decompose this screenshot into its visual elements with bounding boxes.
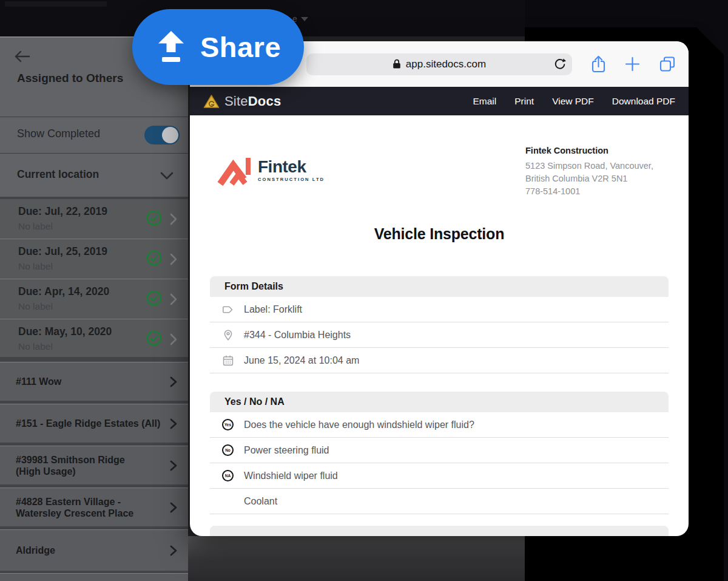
due-list-item[interactable]: Due: Apr, 14, 2020 No label: [0, 279, 188, 319]
sidebar-title: Assigned to Others: [17, 72, 123, 85]
section-heading: Form Details: [210, 276, 669, 297]
question-row: NA Windshield wiper fluid: [210, 463, 669, 489]
question-row: No Power steering fluid: [210, 438, 669, 463]
address-bar[interactable]: app.sitedocs.com: [306, 53, 572, 75]
dimmed-background-bottom-strip: [188, 536, 525, 581]
due-list-item[interactable]: Due: Jul, 25, 2019 No label: [0, 239, 188, 279]
chevron-right-icon: [170, 333, 177, 345]
location-name: #111 Wow: [16, 376, 188, 387]
location-name: #39981 Smithson Ridge: [16, 454, 188, 466]
location-list-item[interactable]: #151 - Eagle Ridge Estates (All): [0, 404, 188, 443]
answer-badge-empty: [222, 495, 244, 507]
share-page-icon[interactable]: [590, 55, 607, 74]
caret-down-icon: [301, 17, 308, 21]
url-text: app.sitedocs.com: [406, 58, 486, 70]
chevron-right-icon: [170, 376, 177, 387]
chevron-right-icon: [170, 502, 177, 513]
completed-check-icon: [146, 330, 163, 347]
location-list-item[interactable]: #39981 Smithson Ridge (High Usage): [0, 446, 188, 484]
question-text: Windshield wiper fluid: [244, 471, 338, 481]
question-text: Coolant: [244, 496, 277, 507]
nav-print[interactable]: Print: [514, 96, 534, 107]
show-completed-row: Show Completed: [0, 117, 188, 154]
dimmed-text-remnant: [5, 1, 107, 7]
location-pin-icon: [222, 329, 244, 341]
completed-check-icon: [146, 209, 163, 226]
sitedocs-logo-icon: [203, 94, 220, 109]
company-logo-text: Fintek CONSTRUCTION LTD: [258, 158, 325, 182]
location-name: Aldridge: [16, 545, 188, 556]
new-tab-icon[interactable]: [625, 56, 640, 72]
location-list-item[interactable]: #4828 Eastern Village - Watersley Cresce…: [0, 488, 188, 526]
share-button-label: Share: [200, 30, 281, 64]
form-detail-row: #344 - Columbia Heights: [210, 322, 669, 348]
chevron-right-icon: [170, 418, 177, 429]
chevron-right-icon: [170, 293, 177, 305]
chevron-right-icon: [170, 253, 177, 265]
due-date: Due: Jul, 22, 2019: [18, 205, 107, 218]
due-list-item[interactable]: Due: Jul, 22, 2019 No label: [0, 199, 188, 239]
show-completed-label: Show Completed: [17, 127, 100, 140]
answer-badge-na: NA: [222, 470, 244, 481]
company-info: Fintek Construction 5123 Simpson Road, V…: [525, 146, 671, 198]
question-row: Coolant: [210, 489, 669, 514]
due-date: Due: Apr, 14, 2020: [18, 285, 109, 298]
chevron-right-icon: [170, 213, 177, 225]
form-detail-text: Label: Forklift: [244, 304, 302, 315]
form-detail-text: June 15, 2024 at 10:04 am: [244, 355, 359, 366]
form-detail-text: #344 - Columbia Heights: [244, 330, 351, 341]
location-list-item[interactable]: #111 Wow: [0, 362, 188, 401]
due-label: No label: [18, 301, 53, 312]
chevron-right-icon: [170, 545, 177, 556]
company-address-line1: 5123 Simpson Road, Vancouver,: [525, 160, 671, 172]
question-text: Power steering fluid: [244, 445, 329, 456]
form-detail-row: Label: Forklift: [210, 297, 669, 322]
assigned-sidebar: Assigned to Others Show Completed Curren…: [0, 36, 188, 581]
company-phone: 778-514-1001: [525, 185, 671, 198]
nav-view-pdf[interactable]: View PDF: [552, 96, 594, 107]
current-location-label: Current location: [17, 168, 99, 181]
due-items-group: Due: Jul, 22, 2019 No label Due: Jul, 25…: [0, 199, 188, 357]
location-name: #151 - Eagle Ridge Estates (All): [16, 418, 188, 429]
answer-badge-no: No: [222, 444, 244, 456]
due-label: No label: [18, 221, 53, 232]
back-button[interactable]: [13, 50, 30, 63]
company-logo: Fintek CONSTRUCTION LTD: [217, 154, 325, 186]
brand-wordmark: SiteDocs: [224, 93, 281, 109]
company-address-line2: British Columbia V2R 5N1: [525, 172, 671, 185]
fintek-logo-mark-icon: [217, 154, 252, 186]
reload-icon[interactable]: [554, 58, 566, 70]
form-detail-row: June 15, 2024 at 10:04 am: [210, 348, 669, 373]
due-list-item[interactable]: Due: May, 10, 2020 No label: [0, 319, 188, 359]
current-location-filter[interactable]: Current location: [0, 154, 188, 197]
nav-download-pdf[interactable]: Download PDF: [612, 96, 675, 107]
label-icon: [222, 304, 244, 316]
due-label: No label: [18, 341, 53, 352]
location-list-item[interactable]: Aldridge: [0, 529, 188, 571]
section-heading: Yes / No / NA: [210, 392, 669, 412]
sitedocs-brand[interactable]: SiteDocs: [203, 93, 281, 109]
question-text: Does the vehicle have enough windshield …: [244, 420, 474, 430]
location-name: #4828 Eastern Village -: [16, 496, 188, 508]
due-label: No label: [18, 261, 53, 272]
location-name-line2: Watersley Crescent Place: [16, 508, 188, 519]
lock-icon: [393, 59, 401, 69]
nav-email[interactable]: Email: [473, 96, 496, 107]
share-button[interactable]: Share: [132, 9, 304, 85]
navbar-links: Email Print View PDF Download PDF: [473, 96, 675, 107]
show-completed-toggle[interactable]: [144, 126, 180, 144]
due-date: Due: Jul, 25, 2019: [18, 245, 107, 258]
yes-no-na-section: Yes / No / NA Yes Does the vehicle have …: [210, 392, 669, 514]
safari-browser-window: app.sitedocs.com: [190, 41, 689, 536]
completed-check-icon: [146, 290, 163, 307]
question-row: Yes Does the vehicle have enough windshi…: [210, 412, 669, 438]
logo-tagline: CONSTRUCTION LTD: [258, 177, 325, 182]
page-title: Vehicle Inspection: [190, 225, 689, 243]
location-name-line2: (High Usage): [16, 466, 188, 477]
arrow-left-icon: [13, 50, 30, 63]
form-details-section: Form Details Label: Forklift #344 - Colu…: [210, 276, 669, 373]
toolbar-buttons: [590, 41, 676, 87]
completed-check-icon: [146, 250, 163, 267]
tabs-icon[interactable]: [658, 55, 676, 73]
chevron-down-icon: [160, 172, 174, 180]
